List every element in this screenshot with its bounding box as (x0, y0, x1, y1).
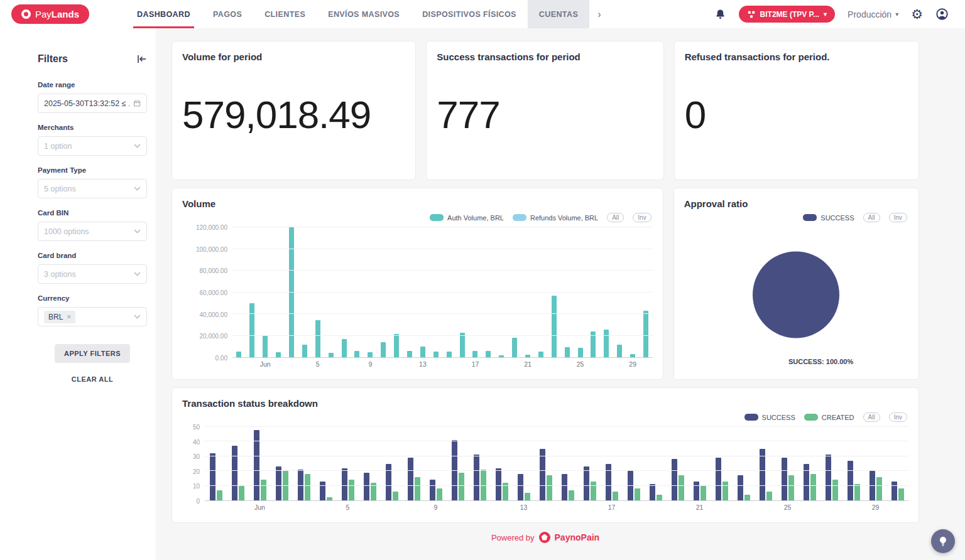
chevron-down-icon (134, 229, 141, 234)
kpi-value: 0 (685, 92, 908, 137)
approval-pie-label: SUCCESS: 100.00% (788, 358, 853, 365)
volume-chart-legend: Auth Volume, BRL Refunds Volume, BRL All… (182, 213, 652, 222)
volume-plot-area (232, 227, 653, 358)
tab-cuentas[interactable]: CUENTAS (528, 0, 589, 28)
volume-chart-title: Volume (182, 198, 653, 209)
settings-gear-icon[interactable]: ⚙ (911, 8, 923, 21)
currency-chip-brl: BRL × (44, 311, 75, 323)
breakdown-bar-chart: 01020304050 Jun591317212529 (182, 427, 908, 512)
calendar-icon (133, 99, 141, 107)
transaction-breakdown-legend: SUCCESS CREATED All Inv (182, 412, 907, 422)
payment-type-select[interactable]: 5 options (38, 179, 147, 198)
card-bin-value: 1000 options (44, 227, 89, 236)
currency-label: Currency (38, 294, 147, 302)
kpi-value: 777 (437, 92, 653, 137)
filters-title: Filters (38, 53, 68, 65)
volume-y-axis: 0.0020,000.0040,000.0060,000.0080,000.00… (182, 227, 232, 358)
chevron-down-icon: ▾ (895, 11, 898, 18)
breakdown-x-axis: Jun591317212529 (205, 501, 908, 512)
kpi-title: Refused transactions for period. (685, 51, 908, 62)
filter-payment-type: Payment Type 5 options (38, 166, 147, 198)
chevron-down-icon (134, 315, 141, 319)
legend-item-created[interactable]: CREATED (804, 414, 854, 421)
merchants-label: Merchants (38, 124, 147, 131)
date-range-input[interactable]: 2025-05-30T13:32:52 ≤ ... (38, 94, 147, 113)
filter-date-range: Date range 2025-05-30T13:32:52 ≤ ... (38, 81, 147, 113)
legend-all-button[interactable]: All (863, 213, 880, 222)
tab-dashboard[interactable]: DASHBOARD (126, 0, 202, 28)
environment-selector[interactable]: Producción ▾ (848, 9, 898, 19)
legend-item-success[interactable]: SUCCESS (803, 214, 854, 222)
card-brand-label: Card brand (38, 252, 147, 259)
approval-ratio-title: Approval ratio (684, 198, 908, 209)
kpi-card-refused: Refused transactions for period. 0 (674, 41, 919, 180)
paylands-ring-icon (21, 9, 31, 19)
filter-card-brand: Card brand 3 options (38, 252, 147, 284)
kpi-value: 579,018.49 (182, 92, 405, 137)
date-range-label: Date range (38, 81, 147, 89)
card-bin-select[interactable]: 1000 options (38, 222, 147, 241)
card-brand-select[interactable]: 3 options (38, 264, 147, 284)
lightbulb-icon (937, 535, 949, 547)
powered-by-text: Powered by (491, 533, 535, 542)
paynopain-brand-text: PaynoPain (555, 532, 600, 542)
tab-envios-masivos[interactable]: ENVÍOS MASIVOS (317, 0, 411, 28)
legend-item-success[interactable]: SUCCESS (744, 414, 795, 421)
payment-type-label: Payment Type (38, 166, 147, 174)
tab-clientes[interactable]: CLIENTES (253, 0, 317, 28)
merchant-selector-button[interactable]: BIT2ME (TPV P... ▾ (739, 6, 836, 23)
chevron-down-icon (134, 144, 141, 148)
legend-all-button[interactable]: All (863, 412, 880, 422)
paylands-logo: PayLands (11, 4, 89, 24)
payment-type-value: 5 options (44, 185, 76, 193)
transaction-breakdown-title: Transaction status breakdown (182, 398, 908, 409)
account-user-icon[interactable] (935, 8, 949, 21)
volume-x-axis: Jun591317212529 (232, 358, 653, 369)
collapse-sidebar-icon[interactable] (137, 55, 147, 63)
legend-inv-button[interactable]: Inv (889, 213, 907, 222)
chevron-down-icon (134, 272, 141, 276)
breakdown-bars (205, 427, 908, 500)
filter-card-bin: Card BIN 1000 options (38, 209, 147, 241)
help-lightbulb-button[interactable] (931, 529, 955, 553)
currency-chip-label: BRL (48, 313, 63, 321)
created-swatch (804, 414, 818, 421)
transaction-breakdown-card: Transaction status breakdown SUCCESS CRE… (172, 387, 919, 523)
approval-pie-wrap: SUCCESS: 100.00% (684, 227, 908, 369)
top-navbar: PayLands DASHBOARD PAGOS CLIENTES ENVÍOS… (0, 0, 965, 28)
kpi-title: Success transactions for period (437, 51, 653, 62)
legend-item-auth-volume[interactable]: Auth Volume, BRL (430, 214, 504, 222)
merchant-selector-label: BIT2ME (TPV P... (760, 10, 819, 19)
legend-all-button[interactable]: All (607, 213, 624, 222)
currency-select[interactable]: BRL × (38, 307, 147, 326)
legend-label: Refunds Volume, BRL (530, 214, 598, 222)
legend-inv-button[interactable]: Inv (633, 213, 651, 222)
notifications-bell-icon[interactable] (714, 8, 726, 20)
merchants-value: 1 option (44, 142, 72, 151)
breakdown-y-axis: 01020304050 (182, 427, 205, 501)
tab-pagos[interactable]: PAGOS (202, 0, 253, 28)
apply-filters-button[interactable]: APPLY FILTERS (55, 344, 130, 363)
refunds-volume-swatch (513, 214, 526, 221)
nav-tabs: DASHBOARD PAGOS CLIENTES ENVÍOS MASIVOS … (126, 0, 608, 28)
remove-chip-icon[interactable]: × (67, 313, 71, 321)
merchants-select[interactable]: 1 option (38, 136, 147, 156)
approval-ratio-card: Approval ratio SUCCESS All Inv SUCCESS: … (673, 188, 919, 380)
legend-label: SUCCESS (762, 414, 795, 421)
auth-volume-swatch (430, 214, 444, 221)
legend-inv-button[interactable]: Inv (889, 412, 907, 422)
paynopain-logo-icon (539, 532, 550, 543)
approval-ratio-legend: SUCCESS All Inv (684, 213, 907, 222)
nav-overflow-chevron-icon[interactable]: › (589, 0, 608, 28)
clear-all-button[interactable]: CLEAR ALL (72, 375, 113, 383)
filter-currency: Currency BRL × (38, 294, 147, 326)
kpi-title: Volume for period (182, 51, 405, 62)
chevron-down-icon: ▾ (824, 11, 827, 18)
kpi-card-success: Success transactions for period 777 (426, 41, 663, 180)
legend-item-refunds-volume[interactable]: Refunds Volume, BRL (513, 214, 598, 222)
kpi-card-volume: Volume for period 579,018.49 (172, 41, 416, 180)
volume-chart-card: Volume Auth Volume, BRL Refunds Volume, … (172, 188, 663, 380)
card-bin-label: Card BIN (38, 209, 147, 217)
tab-dispositivos-fisicos[interactable]: DISPOSITIVOS FÍSICOS (411, 0, 528, 28)
powered-by-footer[interactable]: Powered by PaynoPain (172, 523, 919, 543)
